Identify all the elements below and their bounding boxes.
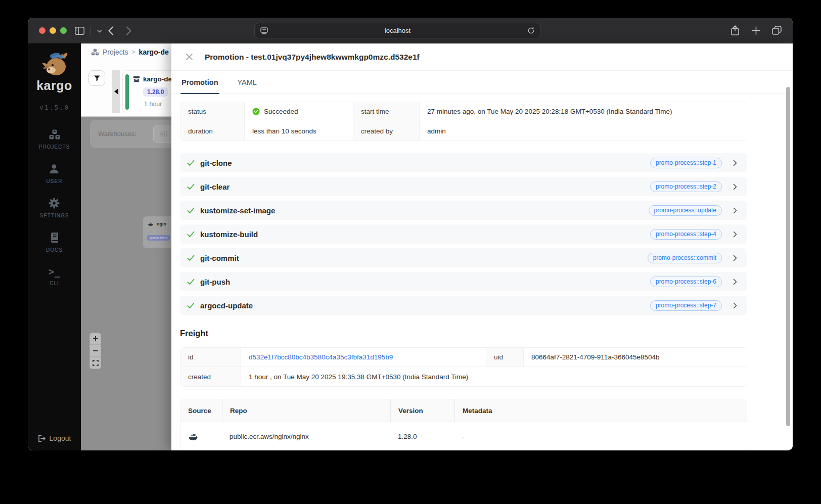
kargo-logo [39,50,70,79]
warehouses-panel: Warehouses: All [90,120,171,148]
chevron-right-icon[interactable] [733,160,737,166]
check-icon [187,255,195,261]
app-version: v1.5.0 [39,104,69,111]
start-time-label: start time [353,102,420,121]
sidebar-item-projects[interactable]: PROJECTS [39,128,70,150]
step-name: git-clone [200,159,232,167]
close-window-button[interactable] [39,27,45,34]
source-repo: public.ecr.aws/nginx/nginx [222,422,390,450]
filter-button[interactable] [88,70,105,86]
logout-button[interactable]: Logout [28,434,81,442]
node-repo-tag: public.ecr.a [147,235,170,241]
address-bar[interactable]: localhost [254,23,540,38]
freight-uid-label: uid [486,348,524,367]
step-row[interactable]: git-clone promo-process::step-1 [180,153,747,172]
zoom-out-button[interactable] [89,345,101,357]
duration-label: duration [180,121,245,141]
col-metadata: Metadata [454,399,747,422]
image-node[interactable]: ngin public.ecr.a [143,216,171,248]
chevron-right-icon[interactable] [733,302,737,309]
stage-freight-tag[interactable]: 1.28.0 [143,87,168,97]
sidebar-item-settings[interactable]: SETTINGS [39,197,69,218]
tab-yaml[interactable]: YAML [237,71,258,94]
freight-created-label: created [180,367,241,386]
step-name: argocd-update [200,301,253,310]
step-row[interactable]: git-clear promo-process::step-2 [180,177,747,196]
sidebar-item-user[interactable]: USER [47,163,63,184]
check-icon [187,279,195,285]
fullscreen-window-button[interactable] [60,27,67,34]
reload-icon[interactable] [527,27,535,34]
freight-uid-value: 80664af7-2821-4709-911a-366045e8504b [524,348,747,367]
created-by-label: created by [353,121,420,141]
warehouses-label: Warehouses: [98,130,136,138]
node-name: ngin [157,221,166,226]
sidebar-item-cli[interactable]: >_ CLI [49,266,60,286]
col-version: Version [390,399,454,422]
chevron-right-icon[interactable] [733,255,737,261]
step-row[interactable]: argocd-update promo-process::step-7 [180,296,747,315]
step-badge: promo-process::step-7 [650,300,722,311]
zoom-in-button[interactable] [89,333,101,345]
pipeline-page: Projects > kargo-de kargo-dem 1.28.0 [81,43,171,450]
share-icon[interactable] [729,24,741,36]
chevron-right-icon[interactable] [733,279,737,285]
tab-overview-icon[interactable] [770,24,783,36]
breadcrumb-projects[interactable]: Projects [103,48,128,56]
stage-card[interactable]: kargo-dem 1.28.0 1 hour [122,70,171,113]
status-value: Succeeded [245,102,353,121]
breadcrumb-current-project[interactable]: kargo-de [139,48,169,56]
source-version: 1.28.0 [390,422,454,450]
step-row[interactable]: git-commit promo-process::commit [180,248,747,267]
kargo-wordmark: kargo [36,78,72,93]
browser-window: localhost [28,18,793,450]
new-tab-icon[interactable] [750,24,762,36]
step-name: kustomize-set-image [200,206,275,215]
warehouse-icon [133,76,140,82]
canvas-zoom-controls [89,333,101,369]
collapse-arrow-icon[interactable] [114,88,118,95]
sidebar-toggle-icon[interactable] [73,25,85,37]
traffic-lights [39,27,67,34]
close-icon[interactable] [185,53,194,62]
step-badge: promo-process::commit [648,253,722,263]
freight-id-link[interactable]: d532e1f7bcc80bc4b3580c4a35c3fbfa31d195b9 [249,353,393,361]
freight-id-value: d532e1f7bcc80bc4b3580c4a35c3fbfa31d195b9 [241,348,486,367]
chevron-right-icon[interactable] [733,231,737,238]
check-icon [187,184,195,190]
col-source: Source [180,399,222,422]
tab-promotion[interactable]: Promotion [180,71,219,94]
breadcrumb-separator: > [132,49,135,56]
step-row[interactable]: kustomize-set-image promo-process::updat… [180,201,747,220]
browser-titlebar: localhost [28,18,793,43]
book-icon [49,232,61,244]
freight-sources-table: Source Repo Version Metadata public.ecr.… [180,399,747,450]
sidebar-item-docs[interactable]: DOCS [46,232,63,253]
minimize-window-button[interactable] [50,27,56,34]
page-icon [260,27,268,34]
step-row[interactable]: git-push promo-process::step-6 [180,272,747,291]
check-icon [187,231,195,238]
step-badge: promo-process::step-2 [650,181,722,192]
step-name: git-push [200,278,230,286]
step-name: kustomize-build [200,230,258,239]
drawer-title: Promotion - test.01jvq37py4jhew8kwwmkgp0… [205,53,420,62]
warehouses-select[interactable]: All [153,125,171,143]
chevron-right-icon[interactable] [733,184,737,190]
step-row[interactable]: kustomize-build promo-process::step-4 [180,224,747,244]
promotion-steps-list: git-clone promo-process::step-1 git-clea… [180,153,747,315]
drawer-scrollbar[interactable] [786,87,790,426]
col-repo: Repo [222,399,390,422]
step-badge: promo-process::update [649,205,722,216]
step-badge: promo-process::step-1 [650,158,722,168]
step-badge: promo-process::step-6 [650,277,722,287]
url-text: localhost [268,27,527,34]
chevron-down-icon[interactable] [94,25,106,37]
chevron-right-icon[interactable] [733,207,737,214]
back-icon[interactable] [105,25,117,37]
check-icon [187,207,195,214]
forward-icon[interactable] [123,25,135,37]
stage-freight-age: 1 hour [144,101,162,108]
source-table-row: public.ecr.aws/nginx/nginx 1.28.0 - [180,422,747,450]
fit-view-button[interactable] [89,357,101,369]
